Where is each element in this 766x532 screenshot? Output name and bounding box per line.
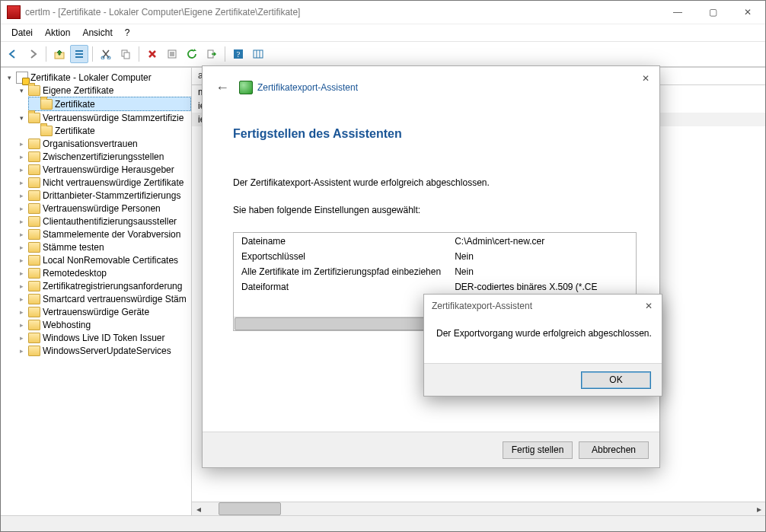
- tree-root-node[interactable]: ▾Zertifikate - Lokaler Computer: [4, 71, 191, 84]
- tree-node[interactable]: ▸Organisationsvertrauen: [16, 137, 191, 150]
- columns-button[interactable]: [249, 45, 267, 63]
- folder-icon: [28, 307, 40, 317]
- folder-icon: [28, 113, 40, 123]
- tree-label: Windows Live ID Token Issuer: [43, 333, 165, 343]
- wizard-header: ← Zertifikatexport-Assistent ✕: [203, 66, 659, 109]
- properties-button[interactable]: [163, 45, 181, 63]
- setting-row: ExportschlüsselNein: [235, 250, 634, 263]
- menu-file[interactable]: Datei: [5, 26, 39, 40]
- folder-icon: [28, 203, 40, 214]
- titlebar[interactable]: certlm - [Zertifikate - Lokaler Computer…: [1, 1, 765, 24]
- tree-node[interactable]: ▸Zertifikatregistrierungsanforderung: [16, 279, 191, 292]
- tree-label: Nicht vertrauenswürdige Zertifikate: [43, 177, 184, 188]
- minimize-button[interactable]: —: [660, 1, 695, 24]
- folder-icon: [28, 346, 40, 356]
- cut-button[interactable]: [97, 45, 115, 63]
- toolbar-separator: [225, 46, 225, 62]
- tree-node[interactable]: ▸Vertrauenswürdige Personen: [16, 202, 191, 215]
- tree-node[interactable]: ▸Stämme testen: [16, 241, 191, 253]
- tree-node[interactable]: ▾Vertrauenswürdige Stammzertifizie: [16, 111, 191, 124]
- tree-node[interactable]: ▸Nicht vertrauenswürdige Zertifikate: [16, 176, 191, 189]
- refresh-button[interactable]: [183, 45, 201, 63]
- folder-icon: [28, 255, 40, 266]
- setting-key: Dateiname: [235, 234, 447, 248]
- maximize-button[interactable]: ▢: [695, 1, 730, 24]
- export-button[interactable]: [203, 45, 221, 63]
- view-list-button[interactable]: [70, 45, 88, 63]
- help-button[interactable]: ?: [229, 45, 247, 63]
- up-level-button[interactable]: [50, 45, 69, 63]
- horizontal-scrollbar[interactable]: ◂ ▸: [192, 502, 765, 515]
- tree-label: Zertifikatregistrierungsanforderung: [43, 281, 182, 291]
- tree-node[interactable]: ▸Zwischenzertifizierungsstellen: [16, 150, 191, 163]
- tree-label: Vertrauenswürdige Herausgeber: [43, 164, 174, 175]
- tree-label: Zertifikate: [55, 126, 95, 136]
- tree-label: Stämme testen: [43, 242, 104, 253]
- nav-back-button[interactable]: [4, 45, 22, 63]
- delete-button[interactable]: [143, 45, 161, 63]
- wizard-icon: [239, 81, 253, 94]
- setting-key: Dateiformat: [235, 280, 447, 294]
- tree-label: Drittanbieter-Stammzertifizierungs: [43, 190, 180, 201]
- wizard-back-button[interactable]: ←: [212, 77, 233, 98]
- ok-button[interactable]: OK: [581, 371, 651, 389]
- tree-node[interactable]: ▸Windows Live ID Token Issuer: [16, 331, 191, 344]
- setting-row: DateinameC:\Admin\cert-new.cer: [235, 234, 634, 248]
- folder-icon: [28, 85, 40, 96]
- copy-button[interactable]: [116, 45, 135, 63]
- svg-text:?: ?: [237, 49, 241, 59]
- scroll-left-icon[interactable]: ◂: [192, 502, 205, 515]
- tree-node[interactable]: ▸Vertrauenswürdige Geräte: [16, 305, 191, 318]
- cancel-button[interactable]: Abbrechen: [579, 441, 649, 459]
- tree-node[interactable]: ▸WindowsServerUpdateServices: [16, 344, 191, 357]
- folder-icon: [40, 99, 53, 110]
- export-wizard-dialog: ← Zertifikatexport-Assistent ✕ Fertigste…: [202, 65, 660, 468]
- toolbar-separator: [139, 46, 139, 62]
- tree-label: Remotedesktop: [43, 268, 107, 279]
- window-system-buttons: — ▢ ✕: [660, 1, 765, 24]
- tree-label: Zertifikate: [55, 99, 95, 110]
- tree-node[interactable]: ▸Webhosting: [16, 318, 191, 331]
- scroll-right-icon[interactable]: ▸: [752, 502, 765, 515]
- messagebox-close-button[interactable]: ✕: [640, 298, 657, 314]
- arrow-left-icon: [7, 49, 19, 59]
- wizard-close-button[interactable]: ✕: [638, 71, 653, 86]
- help-icon: ?: [233, 49, 244, 59]
- messagebox-title[interactable]: Zertifikatexport-Assistent ✕: [424, 295, 662, 317]
- tree-node[interactable]: ·Zertifikate: [28, 124, 191, 137]
- delete-icon: [147, 49, 158, 59]
- menu-view[interactable]: Ansicht: [76, 26, 118, 40]
- tree-label: Smartcard vertrauenswürdige Stäm: [43, 294, 187, 304]
- folder-icon: [28, 294, 40, 304]
- close-button[interactable]: ✕: [730, 1, 765, 24]
- toolbar-separator: [92, 46, 93, 62]
- setting-value: Nein: [448, 265, 634, 279]
- messagebox-body: Der Exportvorgang wurde erfolgreich abge…: [424, 317, 662, 363]
- tree-node[interactable]: ▾Eigene Zertifikate: [16, 84, 191, 97]
- tree-node[interactable]: ▸Local NonRemovable Certificates: [16, 253, 191, 266]
- window-title: certlm - [Zertifikate - Lokaler Computer…: [25, 7, 300, 18]
- finish-button[interactable]: Fertig stellen: [503, 441, 573, 459]
- folder-icon: [28, 229, 40, 240]
- wizard-heading: Fertigstellen des Assistenten: [233, 127, 629, 141]
- tree-node[interactable]: ▸Clientauthentifizierungsaussteller: [16, 215, 191, 228]
- menu-action[interactable]: Aktion: [39, 26, 76, 40]
- menu-help[interactable]: ?: [119, 26, 136, 40]
- tree-node[interactable]: ▸Vertrauenswürdige Herausgeber: [16, 163, 191, 176]
- tree-node[interactable]: ▸Smartcard vertrauenswürdige Stäm: [16, 292, 191, 305]
- tree-node[interactable]: ▸Remotedesktop: [16, 266, 191, 279]
- tree-node[interactable]: ▸Stammelemente der Vorabversion: [16, 228, 191, 241]
- folder-icon: [28, 139, 40, 149]
- nav-forward-button[interactable]: [24, 45, 42, 63]
- tree-label: WindowsServerUpdateServices: [43, 346, 171, 356]
- tree-node[interactable]: ▸Drittanbieter-Stammzertifizierungs: [16, 189, 191, 202]
- scroll-thumb[interactable]: [219, 502, 281, 515]
- tree-panel[interactable]: ▾Zertifikate - Lokaler Computer▾Eigene Z…: [1, 68, 192, 515]
- wizard-chosen-text: Sie haben folgende Einstellungen ausgewä…: [233, 205, 629, 215]
- certificates-root-icon: [16, 72, 28, 84]
- setting-value: C:\Admin\cert-new.cer: [448, 234, 634, 248]
- tree-node[interactable]: ·Zertifikate: [28, 97, 191, 111]
- setting-value: Nein: [448, 250, 634, 263]
- folder-icon: [28, 242, 40, 253]
- folder-icon: [28, 164, 40, 175]
